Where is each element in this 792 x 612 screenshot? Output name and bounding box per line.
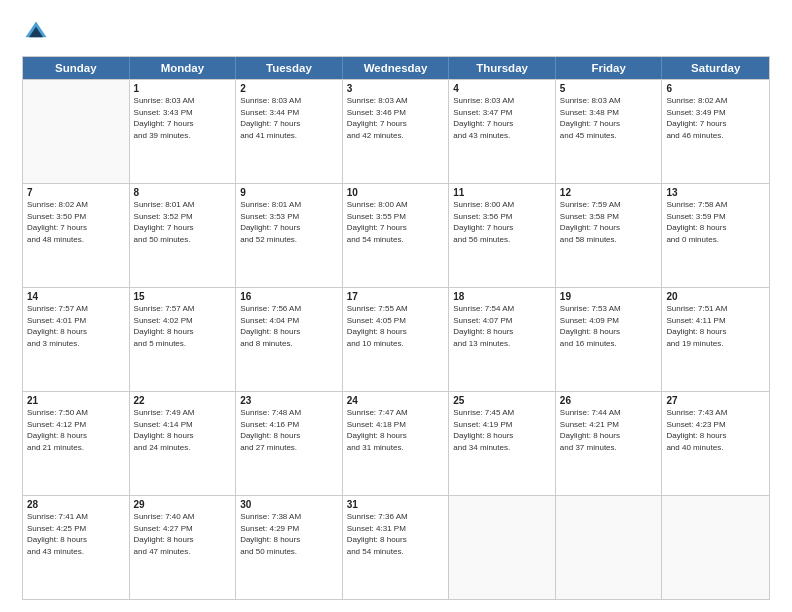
day-info: Sunrise: 8:03 AMSunset: 3:46 PMDaylight:… (347, 95, 445, 141)
day-cell-17: 17Sunrise: 7:55 AMSunset: 4:05 PMDayligh… (343, 288, 450, 391)
day-number: 2 (240, 83, 338, 94)
day-number: 6 (666, 83, 765, 94)
day-number: 29 (134, 499, 232, 510)
day-number: 18 (453, 291, 551, 302)
day-info: Sunrise: 7:50 AMSunset: 4:12 PMDaylight:… (27, 407, 125, 453)
day-info: Sunrise: 7:57 AMSunset: 4:01 PMDaylight:… (27, 303, 125, 349)
day-cell-13: 13Sunrise: 7:58 AMSunset: 3:59 PMDayligh… (662, 184, 769, 287)
empty-cell (23, 80, 130, 183)
day-number: 3 (347, 83, 445, 94)
calendar-row-3: 14Sunrise: 7:57 AMSunset: 4:01 PMDayligh… (23, 287, 769, 391)
day-cell-4: 4Sunrise: 8:03 AMSunset: 3:47 PMDaylight… (449, 80, 556, 183)
day-number: 31 (347, 499, 445, 510)
day-number: 4 (453, 83, 551, 94)
day-info: Sunrise: 7:36 AMSunset: 4:31 PMDaylight:… (347, 511, 445, 557)
calendar: SundayMondayTuesdayWednesdayThursdayFrid… (22, 56, 770, 600)
day-cell-16: 16Sunrise: 7:56 AMSunset: 4:04 PMDayligh… (236, 288, 343, 391)
day-cell-9: 9Sunrise: 8:01 AMSunset: 3:53 PMDaylight… (236, 184, 343, 287)
day-cell-2: 2Sunrise: 8:03 AMSunset: 3:44 PMDaylight… (236, 80, 343, 183)
header (22, 18, 770, 46)
day-number: 22 (134, 395, 232, 406)
empty-cell (556, 496, 663, 599)
day-number: 12 (560, 187, 658, 198)
day-cell-28: 28Sunrise: 7:41 AMSunset: 4:25 PMDayligh… (23, 496, 130, 599)
calendar-header: SundayMondayTuesdayWednesdayThursdayFrid… (23, 57, 769, 79)
day-info: Sunrise: 8:02 AMSunset: 3:50 PMDaylight:… (27, 199, 125, 245)
day-number: 21 (27, 395, 125, 406)
day-cell-21: 21Sunrise: 7:50 AMSunset: 4:12 PMDayligh… (23, 392, 130, 495)
day-number: 24 (347, 395, 445, 406)
day-info: Sunrise: 8:01 AMSunset: 3:52 PMDaylight:… (134, 199, 232, 245)
day-number: 30 (240, 499, 338, 510)
day-cell-5: 5Sunrise: 8:03 AMSunset: 3:48 PMDaylight… (556, 80, 663, 183)
day-info: Sunrise: 7:43 AMSunset: 4:23 PMDaylight:… (666, 407, 765, 453)
day-cell-1: 1Sunrise: 8:03 AMSunset: 3:43 PMDaylight… (130, 80, 237, 183)
day-cell-3: 3Sunrise: 8:03 AMSunset: 3:46 PMDaylight… (343, 80, 450, 183)
page: SundayMondayTuesdayWednesdayThursdayFrid… (0, 0, 792, 612)
day-info: Sunrise: 7:55 AMSunset: 4:05 PMDaylight:… (347, 303, 445, 349)
empty-cell (449, 496, 556, 599)
day-info: Sunrise: 7:57 AMSunset: 4:02 PMDaylight:… (134, 303, 232, 349)
day-number: 17 (347, 291, 445, 302)
day-info: Sunrise: 7:45 AMSunset: 4:19 PMDaylight:… (453, 407, 551, 453)
day-number: 19 (560, 291, 658, 302)
day-number: 14 (27, 291, 125, 302)
day-cell-30: 30Sunrise: 7:38 AMSunset: 4:29 PMDayligh… (236, 496, 343, 599)
day-info: Sunrise: 7:53 AMSunset: 4:09 PMDaylight:… (560, 303, 658, 349)
day-info: Sunrise: 7:58 AMSunset: 3:59 PMDaylight:… (666, 199, 765, 245)
day-info: Sunrise: 8:00 AMSunset: 3:55 PMDaylight:… (347, 199, 445, 245)
day-number: 9 (240, 187, 338, 198)
day-cell-27: 27Sunrise: 7:43 AMSunset: 4:23 PMDayligh… (662, 392, 769, 495)
day-number: 23 (240, 395, 338, 406)
day-info: Sunrise: 7:38 AMSunset: 4:29 PMDaylight:… (240, 511, 338, 557)
day-info: Sunrise: 7:59 AMSunset: 3:58 PMDaylight:… (560, 199, 658, 245)
day-number: 13 (666, 187, 765, 198)
day-info: Sunrise: 8:03 AMSunset: 3:48 PMDaylight:… (560, 95, 658, 141)
day-cell-10: 10Sunrise: 8:00 AMSunset: 3:55 PMDayligh… (343, 184, 450, 287)
day-number: 27 (666, 395, 765, 406)
calendar-row-2: 7Sunrise: 8:02 AMSunset: 3:50 PMDaylight… (23, 183, 769, 287)
day-info: Sunrise: 7:40 AMSunset: 4:27 PMDaylight:… (134, 511, 232, 557)
day-info: Sunrise: 7:54 AMSunset: 4:07 PMDaylight:… (453, 303, 551, 349)
day-info: Sunrise: 8:01 AMSunset: 3:53 PMDaylight:… (240, 199, 338, 245)
day-cell-11: 11Sunrise: 8:00 AMSunset: 3:56 PMDayligh… (449, 184, 556, 287)
header-day-sunday: Sunday (23, 57, 130, 79)
logo-icon (22, 18, 50, 46)
calendar-row-1: 1Sunrise: 8:03 AMSunset: 3:43 PMDaylight… (23, 79, 769, 183)
day-number: 16 (240, 291, 338, 302)
day-cell-29: 29Sunrise: 7:40 AMSunset: 4:27 PMDayligh… (130, 496, 237, 599)
day-info: Sunrise: 8:00 AMSunset: 3:56 PMDaylight:… (453, 199, 551, 245)
logo (22, 18, 54, 46)
day-info: Sunrise: 8:02 AMSunset: 3:49 PMDaylight:… (666, 95, 765, 141)
day-number: 11 (453, 187, 551, 198)
day-cell-7: 7Sunrise: 8:02 AMSunset: 3:50 PMDaylight… (23, 184, 130, 287)
day-number: 25 (453, 395, 551, 406)
day-cell-24: 24Sunrise: 7:47 AMSunset: 4:18 PMDayligh… (343, 392, 450, 495)
day-cell-14: 14Sunrise: 7:57 AMSunset: 4:01 PMDayligh… (23, 288, 130, 391)
header-day-friday: Friday (556, 57, 663, 79)
day-cell-26: 26Sunrise: 7:44 AMSunset: 4:21 PMDayligh… (556, 392, 663, 495)
day-number: 20 (666, 291, 765, 302)
day-number: 28 (27, 499, 125, 510)
day-number: 10 (347, 187, 445, 198)
day-info: Sunrise: 7:56 AMSunset: 4:04 PMDaylight:… (240, 303, 338, 349)
day-cell-8: 8Sunrise: 8:01 AMSunset: 3:52 PMDaylight… (130, 184, 237, 287)
day-cell-23: 23Sunrise: 7:48 AMSunset: 4:16 PMDayligh… (236, 392, 343, 495)
calendar-row-4: 21Sunrise: 7:50 AMSunset: 4:12 PMDayligh… (23, 391, 769, 495)
header-day-monday: Monday (130, 57, 237, 79)
day-cell-22: 22Sunrise: 7:49 AMSunset: 4:14 PMDayligh… (130, 392, 237, 495)
empty-cell (662, 496, 769, 599)
day-info: Sunrise: 8:03 AMSunset: 3:44 PMDaylight:… (240, 95, 338, 141)
day-number: 26 (560, 395, 658, 406)
header-day-tuesday: Tuesday (236, 57, 343, 79)
day-info: Sunrise: 8:03 AMSunset: 3:43 PMDaylight:… (134, 95, 232, 141)
header-day-saturday: Saturday (662, 57, 769, 79)
day-number: 5 (560, 83, 658, 94)
day-cell-12: 12Sunrise: 7:59 AMSunset: 3:58 PMDayligh… (556, 184, 663, 287)
day-cell-15: 15Sunrise: 7:57 AMSunset: 4:02 PMDayligh… (130, 288, 237, 391)
day-number: 15 (134, 291, 232, 302)
day-number: 7 (27, 187, 125, 198)
day-info: Sunrise: 7:49 AMSunset: 4:14 PMDaylight:… (134, 407, 232, 453)
day-number: 1 (134, 83, 232, 94)
day-info: Sunrise: 7:51 AMSunset: 4:11 PMDaylight:… (666, 303, 765, 349)
